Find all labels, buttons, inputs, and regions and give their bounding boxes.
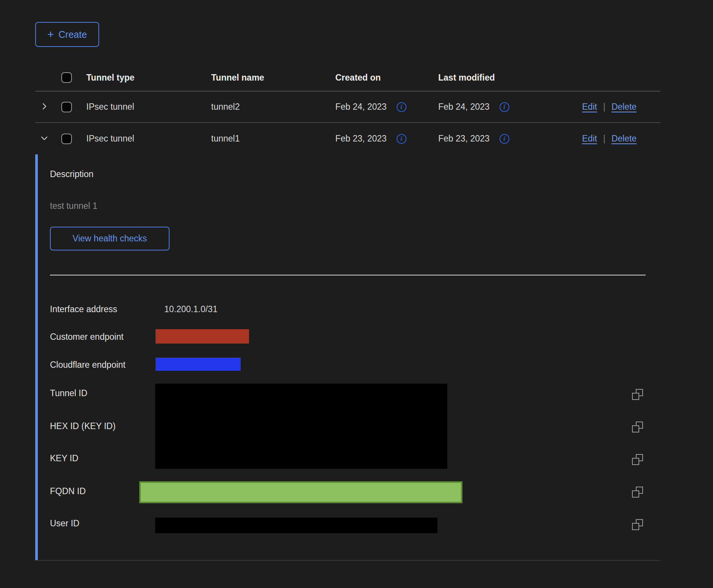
description-value: test tunnel 1: [50, 200, 97, 212]
tunnel-type-cell: IPsec tunnel: [86, 102, 211, 112]
section-divider: [50, 275, 646, 275]
delete-link[interactable]: Delete: [612, 102, 637, 112]
create-button-label: Create: [59, 29, 87, 40]
ids-redaction-block: [155, 384, 447, 469]
fqdn-id-redaction-fill: [141, 483, 461, 502]
select-all-checkbox[interactable]: [61, 72, 72, 83]
edit-link[interactable]: Edit: [582, 134, 597, 144]
created-on-value: Feb 23, 2023: [335, 134, 387, 144]
row-checkbox[interactable]: [61, 134, 72, 144]
user-id-redaction: [155, 518, 437, 533]
description-label: Description: [50, 168, 93, 180]
interface-address-value: 10.200.1.0/31: [164, 303, 218, 315]
action-separator: |: [603, 134, 606, 144]
fqdn-id-label: FQDN ID: [50, 485, 86, 497]
info-icon[interactable]: i: [397, 134, 406, 144]
tunnel-detail-panel: Description test tunnel 1 View health ch…: [35, 154, 660, 561]
table-row: IPsec tunnel tunnel1 Feb 23, 2023 i Feb …: [35, 123, 660, 154]
copy-icon[interactable]: [632, 487, 643, 498]
info-icon[interactable]: i: [500, 134, 509, 144]
plus-icon: +: [47, 29, 54, 40]
create-button[interactable]: + Create: [35, 22, 99, 47]
last-modified-value: Feb 23, 2023: [438, 134, 490, 144]
last-modified-value: Feb 24, 2023: [438, 102, 490, 112]
expanded-row-accent-bar: [35, 154, 38, 560]
row-checkbox[interactable]: [61, 102, 72, 112]
chevron-right-icon: [40, 102, 49, 112]
tunnel-name-cell: tunnel2: [211, 102, 335, 112]
created-on-value: Feb 24, 2023: [335, 102, 387, 112]
cloudflare-endpoint-redaction: [156, 358, 241, 371]
copy-icon[interactable]: [632, 389, 643, 400]
header-created-on: Created on: [335, 73, 438, 83]
header-last-modified: Last modified: [438, 73, 582, 83]
tunnel-name-cell: tunnel1: [211, 134, 335, 144]
header-tunnel-type: Tunnel type: [86, 73, 211, 83]
edit-link[interactable]: Edit: [582, 102, 597, 112]
tunnels-page: + Create Tunnel type Tunnel name Created…: [0, 0, 713, 561]
info-icon[interactable]: i: [397, 102, 406, 112]
hex-id-label: HEX ID (KEY ID): [50, 420, 115, 432]
table-row: IPsec tunnel tunnel2 Feb 24, 2023 i Feb …: [35, 92, 660, 123]
table-header-row: Tunnel type Tunnel name Created on Last …: [35, 64, 660, 92]
interface-address-label: Interface address: [50, 303, 117, 315]
collapse-row-toggle[interactable]: [35, 134, 61, 144]
user-id-label: User ID: [50, 518, 79, 529]
copy-icon[interactable]: [632, 519, 643, 530]
view-health-checks-button[interactable]: View health checks: [50, 227, 170, 250]
info-icon[interactable]: i: [500, 102, 509, 112]
chevron-down-icon: [40, 134, 49, 144]
cloudflare-endpoint-label: Cloudflare endpoint: [50, 359, 125, 370]
customer-endpoint-redaction: [156, 329, 249, 344]
action-separator: |: [603, 102, 606, 112]
delete-link[interactable]: Delete: [612, 134, 637, 144]
copy-icon[interactable]: [632, 454, 643, 465]
fqdn-id-redaction: [139, 481, 462, 503]
expand-row-toggle[interactable]: [35, 102, 61, 112]
tunnel-table: Tunnel type Tunnel name Created on Last …: [35, 64, 660, 561]
tunnel-id-label: Tunnel ID: [50, 387, 87, 399]
tunnel-type-cell: IPsec tunnel: [86, 134, 211, 144]
copy-icon[interactable]: [632, 422, 643, 432]
key-id-label: KEY ID: [50, 453, 78, 464]
customer-endpoint-label: Customer endpoint: [50, 331, 123, 342]
header-tunnel-name: Tunnel name: [211, 73, 335, 83]
